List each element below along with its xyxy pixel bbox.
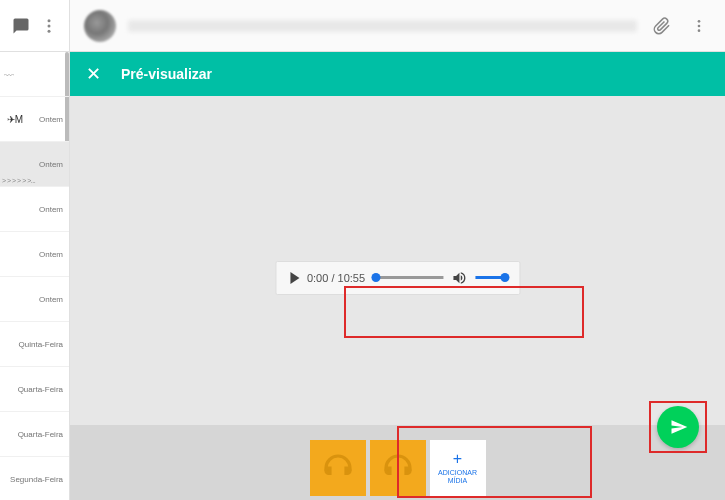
send-icon — [668, 418, 688, 436]
headphones-icon — [322, 452, 354, 484]
more-icon[interactable] — [40, 17, 58, 35]
audio-progress-knob[interactable] — [371, 273, 380, 282]
conversation-timestamp: Segunda-Feira — [10, 475, 63, 484]
send-button[interactable] — [657, 406, 699, 448]
preview-header: ✕ Pré-visualizar — [70, 52, 725, 96]
media-tray: + ADICIONARMÍDIA — [310, 440, 486, 496]
audio-player: 0:00 / 10:55 — [275, 261, 520, 295]
sidebar-header — [0, 0, 69, 52]
conversation-timestamp: Quarta-Feira — [18, 430, 63, 439]
chat-header — [70, 0, 725, 52]
attachment-icon[interactable] — [649, 13, 675, 39]
conversation-item[interactable]: ✈M Ontem — [0, 97, 69, 142]
chats-icon[interactable] — [12, 17, 30, 35]
svg-point-4 — [698, 24, 701, 27]
conversation-item[interactable]: Ontem — [0, 277, 69, 322]
conversation-timestamp: Quarta-Feira — [18, 385, 63, 394]
sidebar: ✈M Ontem Ontem > > > > > >... Ontem Onte… — [0, 0, 70, 500]
conversation-item[interactable]: Ontem — [0, 187, 69, 232]
volume-slider[interactable] — [475, 276, 505, 279]
conversation-item[interactable]: Segunda-Feira — [0, 457, 69, 500]
preview-title: Pré-visualizar — [121, 66, 212, 82]
main-panel: ✕ Pré-visualizar 0:00 / 10:55 — [70, 0, 725, 500]
audio-time-display: 0:00 / 10:55 — [307, 272, 365, 284]
more-icon[interactable] — [687, 14, 711, 38]
avatar-placeholder: ✈M — [3, 107, 27, 131]
conversation-timestamp: Quinta-Feira — [19, 340, 63, 349]
conversation-timestamp: Ontem — [39, 160, 63, 169]
preview-footer: + ADICIONARMÍDIA — [70, 425, 725, 500]
conversation-timestamp: Ontem — [39, 115, 63, 124]
conversation-timestamp: Ontem — [39, 295, 63, 304]
plus-icon: + — [453, 451, 462, 467]
volume-icon[interactable] — [451, 270, 467, 286]
svg-point-0 — [47, 19, 50, 22]
svg-point-2 — [47, 29, 50, 32]
conversation-item[interactable]: Quarta-Feira — [0, 412, 69, 457]
conversation-item-selected[interactable]: Ontem > > > > > >... — [0, 142, 69, 187]
avatar-placeholder — [4, 70, 22, 78]
conversation-item[interactable]: Quinta-Feira — [0, 322, 69, 367]
svg-point-3 — [698, 20, 701, 23]
conversation-timestamp: Ontem — [39, 250, 63, 259]
audio-progress-slider[interactable] — [373, 276, 443, 279]
conversation-item[interactable] — [0, 52, 69, 97]
svg-point-1 — [47, 24, 50, 27]
close-icon[interactable]: ✕ — [86, 63, 101, 85]
play-icon[interactable] — [290, 272, 299, 284]
svg-point-5 — [698, 29, 701, 32]
conversation-preview-text: > > > > > >... — [2, 177, 35, 184]
conversation-item[interactable]: Quarta-Feira — [0, 367, 69, 412]
media-thumbnail-audio[interactable] — [370, 440, 426, 496]
add-media-label: ADICIONARMÍDIA — [438, 469, 477, 484]
conversation-timestamp: Ontem — [39, 205, 63, 214]
add-media-button[interactable]: + ADICIONARMÍDIA — [430, 440, 486, 496]
contact-name — [128, 20, 637, 32]
conversation-item[interactable]: Ontem — [0, 232, 69, 277]
conversation-list[interactable]: ✈M Ontem Ontem > > > > > >... Ontem Onte… — [0, 52, 69, 500]
media-thumbnail-audio[interactable] — [310, 440, 366, 496]
headphones-icon — [382, 452, 414, 484]
preview-body: 0:00 / 10:55 — [70, 96, 725, 500]
contact-avatar[interactable] — [84, 10, 116, 42]
volume-knob[interactable] — [500, 273, 509, 282]
